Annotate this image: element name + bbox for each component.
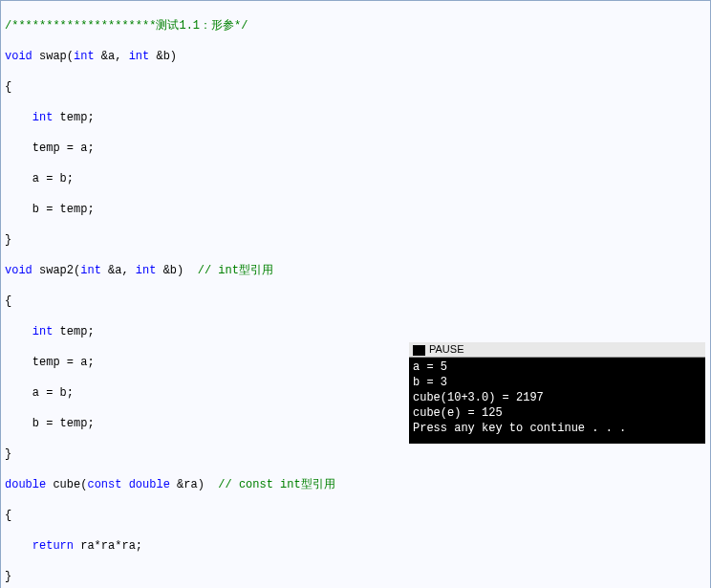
console-titlebar: PAUSE: [409, 342, 705, 358]
code-editor: /*********************测试1.1：形参*/ void sw…: [1, 1, 710, 588]
console-output: a = 5 b = 3 cube(10+3.0) = 2197 cube(e) …: [409, 358, 705, 444]
comment-line: /*********************测试1.1：形参*/: [5, 19, 248, 33]
console-window: PAUSE a = 5 b = 3 cube(10+3.0) = 2197 cu…: [409, 342, 705, 444]
console-icon: [413, 345, 425, 356]
